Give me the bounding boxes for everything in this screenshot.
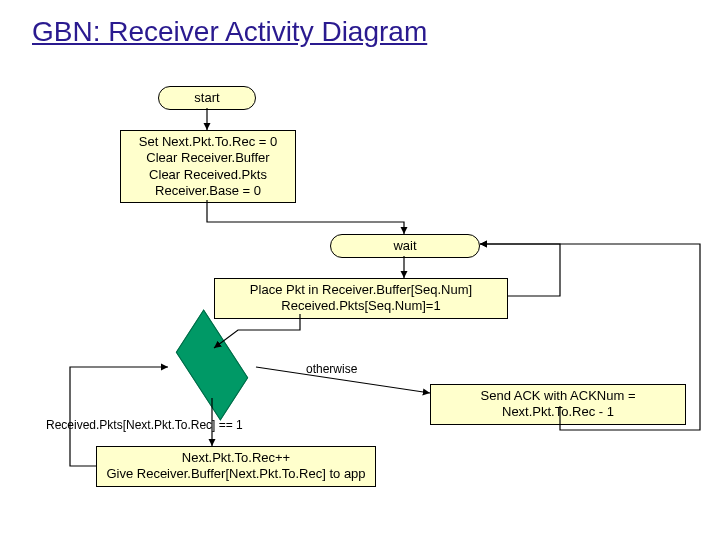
page-title: GBN: Receiver Activity Diagram: [32, 16, 427, 48]
place-line-1: Place Pkt in Receiver.Buffer[Seq.Num]: [223, 282, 499, 298]
node-send-ack: Send ACK with ACKNum = Next.Pkt.To.Rec -…: [430, 384, 686, 425]
deliver-line-1: Next.Pkt.To.Rec++: [105, 450, 367, 466]
node-start: start: [158, 86, 256, 110]
node-wait: wait: [330, 234, 480, 258]
init-line-2: Clear Receiver.Buffer: [129, 150, 287, 166]
node-deliver: Next.Pkt.To.Rec++ Give Receiver.Buffer[N…: [96, 446, 376, 487]
node-place-pkt: Place Pkt in Receiver.Buffer[Seq.Num] Re…: [214, 278, 508, 319]
place-line-2: Received.Pkts[Seq.Num]=1: [223, 298, 499, 314]
init-line-3: Clear Received.Pkts: [129, 167, 287, 183]
label-condition: Received.Pkts[Next.Pkt.To.Rec] == 1: [46, 418, 243, 433]
deliver-line-2: Give Receiver.Buffer[Next.Pkt.To.Rec] to…: [105, 466, 367, 482]
node-init: Set Next.Pkt.To.Rec = 0 Clear Receiver.B…: [120, 130, 296, 203]
node-wait-label: wait: [393, 238, 416, 253]
node-start-label: start: [194, 90, 219, 105]
label-otherwise: otherwise: [306, 362, 357, 377]
init-line-4: Receiver.Base = 0: [129, 183, 287, 199]
send-ack-label: Send ACK with ACKNum = Next.Pkt.To.Rec -…: [481, 388, 636, 419]
decision-diamond: [176, 309, 248, 420]
init-line-1: Set Next.Pkt.To.Rec = 0: [129, 134, 287, 150]
